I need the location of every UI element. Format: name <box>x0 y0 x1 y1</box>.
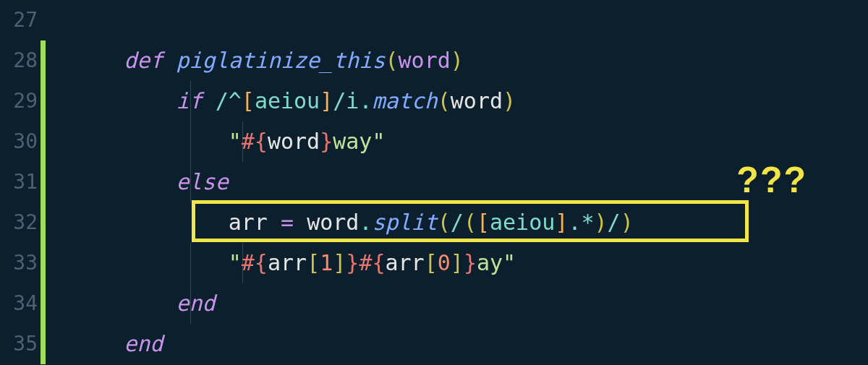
bracket-open: [ <box>307 250 320 275</box>
keyword-end: end <box>176 291 216 316</box>
line-number-gutter: 27 28 29 30 31 32 33 34 35 <box>0 0 41 365</box>
code-line[interactable]: end <box>72 324 868 364</box>
variable: word <box>451 88 503 113</box>
line-number: 29 <box>0 81 38 121</box>
dot: . <box>359 88 372 113</box>
regex-delim: / <box>451 210 464 235</box>
bracket-close: ] <box>333 250 346 275</box>
indent-guide <box>242 121 243 162</box>
line-number: 33 <box>0 243 38 283</box>
paren-open: ( <box>438 210 451 235</box>
code-line[interactable]: "#{arr[1]}#{arr[0]}ay" <box>72 243 868 283</box>
regex-rest: .* <box>568 210 594 235</box>
variable: arr <box>268 250 307 275</box>
indent-guide <box>190 81 191 121</box>
string-quote: " <box>229 129 242 154</box>
variable: arr <box>386 250 425 275</box>
bracket-close: ] <box>451 250 464 275</box>
variable: word <box>307 210 359 235</box>
string-text: way <box>333 129 372 154</box>
line-number: 30 <box>0 121 38 162</box>
variable: arr <box>229 210 268 235</box>
paren-open: ( <box>385 48 398 73</box>
paren-close: ) <box>451 48 464 73</box>
line-number: 34 <box>0 283 38 324</box>
paren-close: ) <box>503 88 516 113</box>
line-number: 35 <box>0 324 38 364</box>
method-split: split <box>372 210 437 235</box>
interp-open: #{ <box>242 129 268 154</box>
interp-open: #{ <box>242 250 268 275</box>
git-change-indicator <box>41 40 46 364</box>
code-area[interactable]: def piglatinize_this(word) if /^[aeiou]/… <box>46 0 868 365</box>
keyword-end: end <box>124 331 163 356</box>
regex-literal: /^ <box>216 88 242 113</box>
interp-close: } <box>346 250 359 275</box>
keyword-def: def <box>124 48 176 73</box>
regex-literal: /i <box>333 88 359 113</box>
string-quote: " <box>372 129 385 154</box>
code-line[interactable]: arr = word.split(/([aeiou].*)/) <box>72 202 868 243</box>
indent-guide <box>190 283 191 324</box>
regex-chars: aeiou <box>255 88 320 113</box>
regex-bracket: ] <box>555 210 568 235</box>
string-quote: " <box>503 250 516 275</box>
paren-open: ( <box>438 88 451 113</box>
regex-delim: / <box>608 210 621 235</box>
operator-assign: = <box>268 210 307 235</box>
interp-open: #{ <box>359 250 385 275</box>
number: 0 <box>438 250 451 275</box>
line-number: 27 <box>0 0 38 40</box>
string-quote: " <box>229 250 242 275</box>
indent-guide <box>190 162 191 202</box>
variable: word <box>268 129 320 154</box>
indent-guide <box>242 243 243 283</box>
number: 1 <box>320 250 333 275</box>
code-line[interactable]: end <box>72 283 868 324</box>
regex-chars: aeiou <box>490 210 555 235</box>
string-text: ay <box>477 250 503 275</box>
parameter: word <box>399 48 451 73</box>
dot: . <box>359 210 372 235</box>
code-line[interactable] <box>72 0 868 40</box>
regex-group-close: ) <box>595 210 608 235</box>
indent-guide <box>190 243 191 283</box>
regex-bracket: [ <box>242 88 255 113</box>
bracket-open: [ <box>425 250 438 275</box>
regex-group-open: ( <box>464 210 477 235</box>
indent-guide <box>190 121 191 162</box>
regex-bracket: ] <box>320 88 333 113</box>
keyword-if: if <box>176 88 216 113</box>
code-line[interactable]: def piglatinize_this(word) <box>72 40 868 81</box>
interp-close: } <box>320 129 333 154</box>
line-number: 32 <box>0 202 38 243</box>
code-editor: 27 28 29 30 31 32 33 34 35 def piglatini… <box>0 0 868 365</box>
code-line[interactable]: if /^[aeiou]/i.match(word) <box>72 81 868 121</box>
regex-bracket: [ <box>477 210 490 235</box>
function-name: piglatinize_this <box>176 48 386 73</box>
code-line[interactable]: "#{word}way" <box>72 121 868 162</box>
annotation-question-marks: ??? <box>736 159 807 201</box>
line-number: 28 <box>0 40 38 81</box>
method-match: match <box>372 88 437 113</box>
line-number: 31 <box>0 162 38 202</box>
keyword-else: else <box>176 169 229 194</box>
interp-close: } <box>464 250 477 275</box>
paren-close: ) <box>621 210 634 235</box>
